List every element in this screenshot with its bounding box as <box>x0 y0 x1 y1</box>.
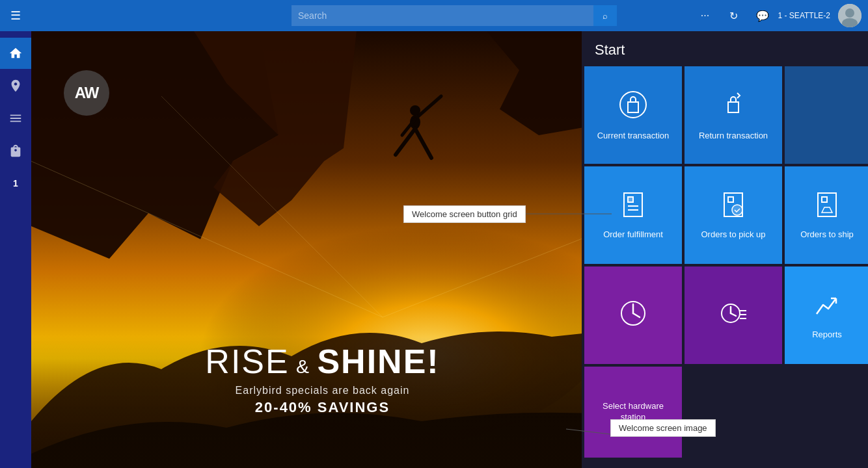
welcome-image-area: AW RISE & SHINE! Earlybird specials are … <box>31 31 614 468</box>
savings-text: 20-40% SAVINGS <box>193 399 453 416</box>
earlybird-text: Earlybird specials are back again <box>193 385 453 396</box>
return-bag-icon <box>718 89 749 124</box>
menu-icon <box>8 111 23 125</box>
search-button[interactable]: ⌕ <box>593 5 617 26</box>
svg-rect-21 <box>728 197 733 202</box>
amp-text: & <box>290 356 318 377</box>
top-bar: ☰ ⌕ ··· ↻ 💬 1 - SEATTLE-2 <box>0 0 868 31</box>
store-icon <box>8 79 23 93</box>
refresh-icon: ↻ <box>729 10 738 22</box>
tile-order-fulfillment[interactable]: Order fulfillment <box>584 166 682 264</box>
sidebar-item-bag[interactable] <box>0 135 31 166</box>
shopping-bag-icon <box>617 89 649 124</box>
sidebar-item-menu[interactable] <box>0 103 31 134</box>
sidebar-item-home[interactable] <box>0 38 31 69</box>
sidebar-item-store[interactable] <box>0 70 31 101</box>
tile-orders-pickup[interactable]: Orders to pick up <box>685 166 782 264</box>
more-options-button[interactable]: ··· <box>692 3 718 29</box>
search-container: ⌕ <box>292 5 617 26</box>
sidebar-badge-number: 1 <box>13 178 18 188</box>
refresh-button[interactable]: ↻ <box>721 3 747 29</box>
user-info: 1 - SEATTLE-2 <box>778 11 830 20</box>
tile-select-hardware[interactable]: Select hardware station <box>584 367 682 458</box>
svg-line-27 <box>633 313 640 317</box>
avatar[interactable] <box>838 4 861 27</box>
tile-time-clock-2[interactable] <box>685 266 782 364</box>
top-bar-actions: ··· ↻ 💬 1 - SEATTLE-2 <box>692 3 868 29</box>
tile-return-transaction[interactable]: Return transaction <box>685 66 782 164</box>
clock-list-icon <box>719 299 748 332</box>
callout-welcome-image-text: Welcome screen image <box>619 423 707 433</box>
clock-icon-1 <box>619 299 647 332</box>
home-icon <box>8 46 23 60</box>
ship-icon <box>813 190 841 223</box>
tile-label-reports: Reports <box>812 330 842 341</box>
bag-icon <box>8 144 23 158</box>
welcome-text-block: RISE & SHINE! Earlybird specials are bac… <box>193 342 453 416</box>
order-fulfillment-icon <box>619 190 647 223</box>
tile-grid: Current transaction Return transaction <box>582 66 868 364</box>
hamburger-icon: ☰ <box>10 8 21 23</box>
tile-current-transaction[interactable]: Current transaction <box>584 66 682 164</box>
tile-label-fulfillment: Order fulfillment <box>603 229 663 240</box>
callout-button-grid-text: Welcome screen button grid <box>412 209 517 219</box>
tile-label-pickup: Orders to pick up <box>701 229 766 240</box>
svg-point-14 <box>620 92 646 118</box>
tile-reports[interactable]: Reports <box>785 266 868 364</box>
svg-line-30 <box>731 313 736 316</box>
pickup-icon <box>719 190 748 223</box>
search-icon: ⌕ <box>603 11 608 21</box>
sidebar: 1 <box>0 31 31 468</box>
svg-rect-24 <box>822 197 827 202</box>
main-area: AW RISE & SHINE! Earlybird specials are … <box>31 31 868 468</box>
tile-label-return: Return transaction <box>699 131 768 142</box>
brand-logo: AW <box>64 70 109 116</box>
rise-shine-headline: RISE & SHINE! <box>193 342 453 381</box>
start-title: Start <box>582 31 868 66</box>
shine-text: SHINE! <box>317 343 439 380</box>
tile-orders-ship[interactable]: Orders to ship <box>785 166 868 264</box>
right-panel: Start Current transaction <box>582 31 868 468</box>
tile-label-current: Current transaction <box>597 131 670 142</box>
svg-point-1 <box>845 8 854 18</box>
svg-rect-17 <box>628 197 633 202</box>
tile-partial-right <box>785 66 868 164</box>
sidebar-item-badge[interactable]: 1 <box>0 168 31 199</box>
search-input[interactable] <box>292 5 617 26</box>
more-icon: ··· <box>701 10 709 21</box>
rise-text: RISE <box>205 343 289 380</box>
chat-button[interactable]: 💬 <box>750 3 776 29</box>
reports-icon <box>813 291 841 323</box>
chat-icon: 💬 <box>756 10 769 22</box>
callout-button-grid: Welcome screen button grid <box>403 205 526 223</box>
hamburger-menu[interactable]: ☰ <box>0 0 31 31</box>
tile-time-clock-1[interactable] <box>584 266 682 364</box>
callout-welcome-image: Welcome screen image <box>610 419 716 437</box>
avatar-image <box>838 4 861 27</box>
svg-point-22 <box>732 205 742 215</box>
tile-label-ship: Orders to ship <box>800 229 854 240</box>
